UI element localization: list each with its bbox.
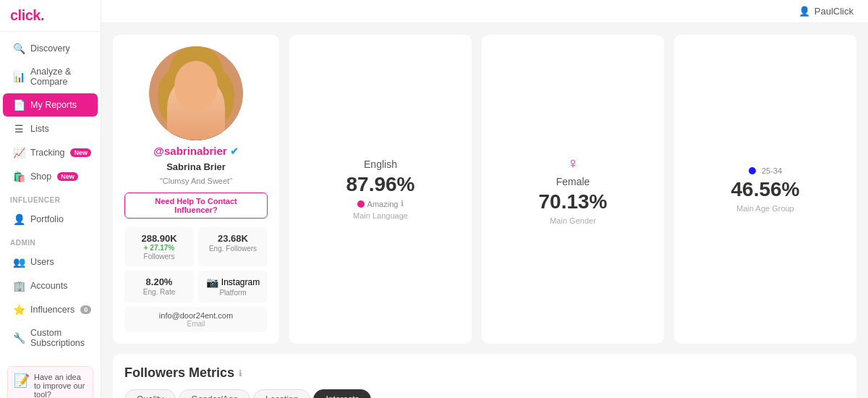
followers-value: 288.90K	[132, 233, 187, 244]
eng-rate-value: 8.20%	[132, 276, 187, 287]
followers-stat: 288.90K + 27.17% Followers	[124, 227, 194, 266]
username-text: @sabrinabrier	[153, 145, 226, 157]
logo-text: click.	[10, 7, 44, 24]
sidebar-item-influencers[interactable]: ⭐ Influencers 0	[3, 298, 98, 321]
content-area: @sabrinabrier ✔ Sabrina Brier "Clumsy An…	[101, 23, 868, 398]
reports-icon: 📄	[13, 99, 25, 111]
sidebar-label-discovery: Discovery	[30, 43, 70, 54]
platform-value: Instagram	[221, 277, 260, 287]
sidebar-item-portfolio[interactable]: 👤 Portfolio	[3, 208, 98, 231]
tracking-icon: 📈	[13, 147, 25, 158]
svg-point-3	[158, 72, 184, 122]
profile-name: Sabrina Brier	[166, 161, 226, 172]
sidebar-item-my-reports[interactable]: 📄 My Reports	[3, 93, 98, 117]
eng-followers-stat: 23.68K Eng. Followers	[198, 227, 268, 266]
age-card: 25-34 46.56% Main Age Group	[674, 35, 856, 344]
tracking-badge: New	[70, 148, 91, 157]
influencers-icon: ⭐	[13, 304, 25, 316]
sidebar-nav: 🔍 Discovery 📊 Analyze & Compare 📄 My Rep…	[0, 32, 101, 359]
metrics-header: Followers Metrics ℹ	[124, 365, 845, 381]
svg-point-8	[201, 89, 207, 96]
opinion-box: 📝 Have an idea to improve our tool? Your…	[7, 366, 93, 398]
influencer-section-label: INFLUENCER	[0, 189, 101, 207]
followers-label: Followers	[132, 253, 187, 261]
tab-location[interactable]: Location	[253, 389, 310, 398]
language-sub: Amazing ℹ	[357, 199, 404, 208]
opinion-icon: 📝	[14, 373, 30, 389]
age-sublabel: Main Age Group	[736, 204, 794, 213]
platform-label: Platform	[205, 289, 260, 297]
analyze-icon: 📊	[13, 71, 25, 82]
users-icon: 👥	[13, 256, 25, 268]
followers-change: + 27.17%	[132, 244, 187, 252]
profile-username[interactable]: @sabrinabrier ✔	[153, 145, 238, 157]
amazing-dot	[357, 200, 365, 208]
tab-quality[interactable]: Quality	[124, 389, 176, 398]
gender-sublabel: Main Gender	[550, 216, 596, 225]
eng-followers-value: 23.68K	[205, 233, 260, 244]
followers-metrics-section: Followers Metrics ℹ Quality Gender/Age L…	[113, 354, 856, 398]
profile-bio: "Clumsy And Sweet"	[160, 177, 232, 185]
platform-badge: 📷 Instagram	[205, 276, 260, 288]
user-info: 👤 PaulClick	[799, 6, 854, 17]
tab-gender-age[interactable]: Gender/Age	[179, 389, 250, 398]
metrics-title: Followers Metrics	[124, 365, 234, 381]
discovery-icon: 🔍	[13, 43, 25, 54]
accounts-icon: 🏢	[13, 280, 25, 292]
age-value: 46.56%	[731, 178, 800, 201]
shop-badge: New	[57, 172, 78, 181]
eng-rate-label: Eng. Rate	[132, 288, 187, 296]
platform-stat: 📷 Instagram Platform	[198, 271, 268, 302]
profile-card: @sabrinabrier ✔ Sabrina Brier "Clumsy An…	[113, 35, 279, 344]
email-box: info@door24ent.com Email	[124, 307, 268, 332]
svg-point-1	[169, 46, 224, 106]
age-dot	[749, 167, 756, 174]
profile-avatar	[149, 46, 243, 140]
sidebar-label-custom-subs: Custom Subscriptions	[30, 328, 88, 348]
metrics-info-icon[interactable]: ℹ	[239, 368, 242, 378]
sidebar-label-lists: Lists	[30, 124, 49, 134]
sidebar-label-shop: Shop	[30, 172, 51, 182]
sidebar-label-analyze: Analyze & Compare	[30, 67, 88, 87]
instagram-icon: 📷	[206, 276, 218, 288]
email-value: info@door24ent.com	[132, 311, 260, 320]
gender-label: Female	[556, 176, 590, 187]
sidebar-label-portfolio: Portfolio	[30, 214, 64, 224]
sidebar-label-influencers: Influencers	[30, 305, 75, 315]
sidebar-item-discovery[interactable]: 🔍 Discovery	[3, 37, 98, 60]
sidebar-label-tracking: Tracking	[30, 148, 64, 158]
gender-icon: ♀	[567, 154, 579, 173]
info-icon-lang: ℹ	[401, 199, 404, 208]
verified-icon: ✔	[230, 145, 239, 157]
sidebar-label-accounts: Accounts	[30, 281, 67, 291]
sidebar-item-users[interactable]: 👥 Users	[3, 250, 98, 274]
opinion-text: Have an idea to improve our tool?	[34, 373, 87, 398]
eng-followers-label: Eng. Followers	[205, 245, 260, 253]
gender-value: 70.13%	[539, 190, 608, 213]
amazing-text: Amazing	[367, 200, 399, 208]
age-range-label: 25-34	[762, 166, 782, 175]
contact-influencer-button[interactable]: Need Help To Contact Influencer?	[124, 192, 268, 219]
svg-point-4	[208, 72, 234, 122]
top-row: @sabrinabrier ✔ Sabrina Brier "Clumsy An…	[113, 35, 856, 344]
svg-point-7	[185, 89, 191, 96]
language-sublabel: Main Language	[353, 211, 408, 220]
svg-point-6	[171, 122, 221, 140]
svg-rect-5	[189, 113, 203, 127]
portfolio-icon: 👤	[13, 213, 25, 225]
sidebar-item-accounts[interactable]: 🏢 Accounts	[3, 274, 98, 297]
sidebar-item-analyze[interactable]: 📊 Analyze & Compare	[3, 61, 98, 93]
sidebar-label-reports: My Reports	[30, 100, 77, 110]
svg-point-2	[176, 72, 216, 119]
sidebar: click. 🔍 Discovery 📊 Analyze & Compare 📄…	[0, 0, 101, 398]
sidebar-item-lists[interactable]: ☰ Lists	[3, 117, 98, 140]
summary-cards: English 87.96% Amazing ℹ Main Language ♀…	[289, 35, 856, 344]
sidebar-item-shop[interactable]: 🛍️ Shop New	[3, 165, 98, 188]
eng-rate-stat: 8.20% Eng. Rate	[124, 271, 194, 302]
logo: click.	[0, 0, 101, 32]
custom-subs-icon: 🔧	[13, 332, 25, 344]
tab-interests[interactable]: Interests	[313, 389, 371, 398]
sidebar-label-users: Users	[30, 257, 54, 267]
sidebar-item-tracking[interactable]: 📈 Tracking New	[3, 141, 98, 164]
sidebar-item-custom-subscriptions[interactable]: 🔧 Custom Subscriptions	[3, 322, 98, 354]
